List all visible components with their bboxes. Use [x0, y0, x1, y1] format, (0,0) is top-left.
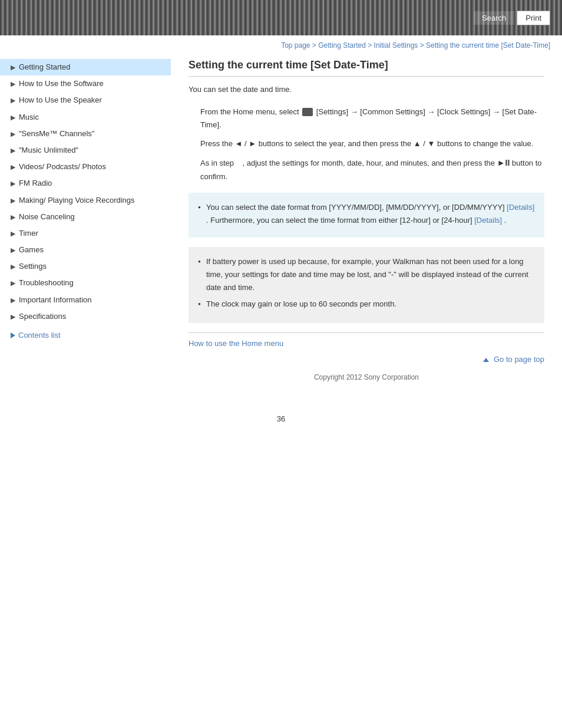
details-link-2[interactable]: [Details] [474, 216, 502, 225]
arrow-icon: ▶ [11, 113, 15, 122]
sidebar-item-sensme-channels[interactable]: ▶ "SensMe™ Channels" [0, 126, 171, 142]
sidebar-item-making-playing-voice[interactable]: ▶ Making/ Playing Voice Recordings [0, 192, 171, 209]
home-menu-link[interactable]: How to use the Home menu [189, 339, 283, 348]
sidebar-item-timer[interactable]: ▶ Timer [0, 225, 171, 242]
sidebar-item-settings[interactable]: ▶ Settings [0, 258, 171, 275]
warning-box: If battery power is used up because, for… [189, 247, 544, 322]
contents-list-row: Contents list [0, 325, 171, 345]
warning-item-1: If battery power is used up because, for… [198, 255, 535, 294]
note-box: You can select the date format from [YYY… [189, 193, 544, 238]
main-layout: ▶ Getting Started ▶ How to Use the Softw… [0, 53, 562, 409]
settings-icon [302, 108, 313, 116]
intro-text: You can set the date and time. [189, 84, 544, 96]
sidebar-item-fm-radio[interactable]: ▶ FM Radio [0, 175, 171, 192]
arrow-icon: ▶ [11, 130, 15, 139]
arrow-icon: ▶ [11, 196, 15, 205]
sidebar-item-music[interactable]: ▶ Music [0, 109, 171, 126]
sidebar-item-videos-podcasts-photos[interactable]: ▶ Videos/ Podcasts/ Photos [0, 159, 171, 175]
sidebar-item-label: Videos/ Podcasts/ Photos [19, 162, 165, 172]
breadcrumb: Top page > Getting Started > Initial Set… [0, 35, 562, 53]
main-content: Setting the current time [Set Date-Time]… [171, 53, 562, 397]
sidebar-item-label: "Music Unlimited" [19, 145, 165, 156]
sidebar-item-label: Troubleshooting [19, 278, 165, 288]
sidebar-item-getting-started[interactable]: ▶ Getting Started [0, 59, 171, 75]
arrow-icon: ▶ [11, 279, 15, 288]
details-link-1[interactable]: [Details] [507, 203, 534, 212]
sidebar-item-label: Music [19, 112, 165, 123]
step-1: From the Home menu, select [Settings] → … [189, 106, 544, 131]
arrow-icon: ▶ [11, 146, 15, 155]
bottom-link-row: How to use the Home menu [189, 332, 544, 351]
go-to-top-icon [483, 358, 489, 362]
sidebar-item-label: How to Use the Speaker [19, 95, 165, 106]
sidebar-item-label: Making/ Playing Voice Recordings [19, 195, 165, 206]
breadcrumb-getting-started[interactable]: Getting Started [318, 41, 366, 50]
sidebar-item-label: Timer [19, 228, 165, 239]
sidebar-item-music-unlimited[interactable]: ▶ "Music Unlimited" [0, 142, 171, 159]
sidebar-item-label: Getting Started [19, 62, 165, 73]
sidebar-item-label: FM Radio [19, 178, 165, 189]
arrow-icon: ▶ [11, 296, 15, 305]
sidebar-item-troubleshooting[interactable]: ▶ Troubleshooting [0, 275, 171, 291]
page-title: Setting the current time [Set Date-Time] [189, 59, 544, 77]
sidebar-item-label: "SensMe™ Channels" [19, 129, 165, 139]
sidebar-item-specifications[interactable]: ▶ Specifications [0, 308, 171, 325]
contents-list-arrow-icon [11, 332, 15, 338]
search-button[interactable]: Search [474, 11, 514, 25]
contents-list-link[interactable]: Contents list [18, 331, 61, 340]
sidebar-item-label: How to Use the Software [19, 78, 165, 89]
sidebar-item-label: Games [19, 245, 165, 255]
go-to-top-label: Go to page top [494, 355, 544, 364]
arrow-icon: ▶ [11, 246, 15, 255]
breadcrumb-top-page[interactable]: Top page [281, 41, 310, 50]
sidebar-item-label: Noise Canceling [19, 212, 165, 222]
arrow-icon: ▶ [11, 179, 15, 188]
sidebar-item-label: Important Information [19, 295, 165, 305]
arrow-icon: ▶ [11, 163, 15, 172]
sidebar-item-games[interactable]: ▶ Games [0, 242, 171, 258]
step-2: Press the ◄ / ► buttons to select the ye… [189, 137, 544, 150]
sidebar-item-how-to-use-speaker[interactable]: ▶ How to Use the Speaker [0, 92, 171, 108]
arrow-icon: ▶ [11, 96, 15, 105]
arrow-icon: ▶ [11, 213, 15, 222]
print-button[interactable]: Print [517, 11, 550, 25]
sidebar-item-label: Settings [19, 261, 165, 272]
breadcrumb-current-page[interactable]: Setting the current time [Set Date-Time] [426, 41, 550, 50]
step-3: As in step , adjust the settings for mon… [189, 156, 544, 183]
go-to-top: Go to page top [189, 355, 544, 364]
warning-item-2: The clock may gain or lose up to 60 seco… [198, 298, 535, 311]
arrow-icon: ▶ [11, 80, 15, 88]
sidebar-item-important-information[interactable]: ▶ Important Information [0, 292, 171, 308]
arrow-icon: ▶ [11, 229, 15, 238]
arrow-icon: ▶ [11, 262, 15, 271]
copyright: Copyright 2012 Sony Corporation [189, 364, 544, 385]
page-header: Search Print [0, 0, 562, 35]
breadcrumb-initial-settings[interactable]: Initial Settings [374, 41, 418, 50]
arrow-icon: ▶ [11, 63, 15, 72]
play-pause-icon: ►II [497, 158, 510, 167]
sidebar-item-noise-canceling[interactable]: ▶ Noise Canceling [0, 209, 171, 225]
page-number: 36 [0, 409, 562, 429]
sidebar-item-label: Specifications [19, 311, 165, 322]
sidebar: ▶ Getting Started ▶ How to Use the Softw… [0, 53, 171, 397]
note-item: You can select the date format from [YYY… [198, 201, 535, 227]
sidebar-item-how-to-use-software[interactable]: ▶ How to Use the Software [0, 75, 171, 92]
arrow-icon: ▶ [11, 312, 15, 321]
go-to-top-link[interactable]: Go to page top [483, 355, 544, 364]
